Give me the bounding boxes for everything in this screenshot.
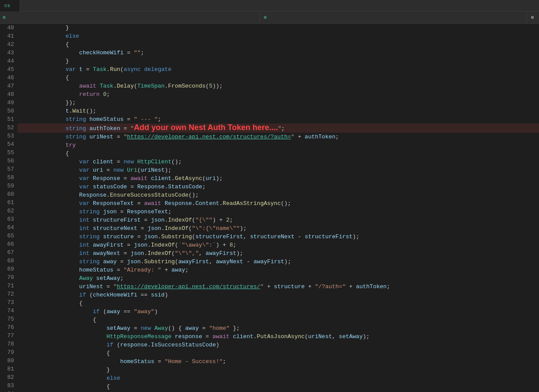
line-number: 78 — [0, 340, 14, 348]
line-number: 44 — [0, 57, 14, 65]
line-number: 82 — [0, 373, 14, 381]
editor: 4041424344454647484950515253545556575859… — [0, 24, 539, 392]
line-number: 68 — [0, 257, 14, 265]
code-line: else — [25, 32, 539, 40]
code-line: t.Wait(); — [25, 107, 539, 115]
code-line: { — [25, 316, 539, 324]
signature-icon: ⚙ — [531, 14, 534, 20]
toolbar: ⚙ ⚙ ⚙ — [0, 11, 539, 24]
code-line: int structureNext = json.IndexOf("\":{\"… — [25, 224, 539, 233]
code-line: int awayFirst = json.IndexOf(`"\away\":`… — [25, 241, 539, 249]
line-number: 50 — [0, 107, 14, 115]
line-number: 47 — [0, 82, 14, 90]
code-line: checkHomeWifi = ""; — [25, 49, 539, 57]
line-number: 71 — [0, 282, 14, 290]
code-line: if (away == "away") — [25, 307, 539, 316]
code-line: var client = new HttpClient(); — [25, 158, 539, 166]
tab-bar: cs — [0, 0, 539, 11]
code-line: Response.EnsureSuccessStatusCode(); — [25, 191, 539, 199]
code-line: { — [25, 382, 539, 391]
file-type-icon: cs — [4, 3, 10, 8]
code-line: { — [25, 299, 539, 307]
code-line: } — [25, 57, 539, 65]
code-line: { — [25, 74, 539, 82]
code-line: else — [25, 374, 539, 382]
line-number: 79 — [0, 348, 14, 357]
line-number: 52 — [0, 124, 14, 132]
code-line: { — [25, 149, 539, 158]
class-icon: ⚙ — [0, 14, 8, 20]
code-line: string structure = json.Substring(struct… — [25, 233, 539, 241]
line-number: 60 — [0, 190, 14, 198]
line-number: 74 — [0, 307, 14, 315]
line-number: 58 — [0, 173, 14, 182]
code-line: homeStatus = "Home - Success!"; — [25, 357, 539, 366]
line-number: 61 — [0, 198, 14, 207]
code-content[interactable]: } else { checkHomeWifi = ""; } var t = T… — [18, 24, 539, 392]
code-line: var t = Task.Run(async delegate — [25, 65, 539, 74]
code-line: } — [25, 24, 539, 32]
code-line: Away setAway; — [25, 274, 539, 283]
line-number: 51 — [0, 115, 14, 124]
line-number: 64 — [0, 223, 14, 232]
line-number: 54 — [0, 140, 14, 148]
line-number: 66 — [0, 240, 14, 248]
code-line: HttpResponseMessage response = await cli… — [25, 332, 539, 341]
code-line: homeStatus = "Already: " + away; — [25, 266, 539, 274]
line-numbers: 4041424344454647484950515253545556575859… — [0, 24, 18, 392]
code-line: }); — [25, 99, 539, 107]
code-line: int structureFirst = json.IndexOf("{\"")… — [25, 216, 539, 224]
code-line: int awayNext = json.IndexOf("\"\",", awa… — [25, 249, 539, 258]
line-number: 80 — [0, 357, 14, 365]
code-line: if (checkHomeWifi == ssid) — [25, 291, 539, 299]
code-line: string uriNest = "https://developer-api.… — [25, 133, 539, 141]
tab-wificheck[interactable]: cs — [0, 0, 20, 11]
line-number: 57 — [0, 165, 14, 173]
code-line: if (response.IsSuccessStatusCode) — [25, 341, 539, 349]
code-line: } — [25, 366, 539, 374]
line-number: 49 — [0, 99, 14, 107]
toolbar-method-selector[interactable]: ⚙ — [260, 11, 527, 23]
code-line: await Task.Delay(TimeSpan.FromSeconds(5)… — [25, 82, 539, 90]
code-line: var uri = new Uri(uriNest); — [25, 166, 539, 174]
line-number: 55 — [0, 148, 14, 157]
line-number: 63 — [0, 215, 14, 223]
code-line: { — [25, 40, 539, 49]
line-number: 43 — [0, 49, 14, 57]
line-number: 72 — [0, 290, 14, 298]
line-number: 65 — [0, 232, 14, 240]
line-number: 84 — [0, 390, 14, 392]
line-number: 48 — [0, 90, 14, 99]
line-number: 77 — [0, 332, 14, 340]
line-number: 53 — [0, 132, 14, 140]
code-line: { — [25, 349, 539, 357]
code-line: return 0; — [25, 90, 539, 99]
line-number: 40 — [0, 24, 14, 32]
line-number: 67 — [0, 248, 14, 257]
line-number: 42 — [0, 40, 14, 49]
method-icon: ⚙ — [264, 14, 267, 20]
line-number: 76 — [0, 323, 14, 332]
line-number: 41 — [0, 32, 14, 40]
code-line: try — [25, 141, 539, 149]
code-line: var Response = await client.GetAsync(uri… — [25, 174, 539, 183]
code-line: string json = ResponseText; — [25, 208, 539, 216]
code-line: setAway = new Away() { away = "home" }; — [25, 324, 539, 332]
line-number: 75 — [0, 315, 14, 323]
code-line: uriNest = "https://developer-api.nest.co… — [25, 283, 539, 291]
line-number: 45 — [0, 65, 14, 74]
line-number: 56 — [0, 157, 14, 165]
code-line: string homeStatus = " --- "; — [25, 115, 539, 124]
line-number: 62 — [0, 207, 14, 215]
line-number: 59 — [0, 182, 14, 190]
line-number: 73 — [0, 298, 14, 307]
line-number: 46 — [0, 74, 14, 82]
toolbar-class-selector[interactable]: ⚙ — [0, 11, 260, 23]
code-line: string away = json.Substring(awayFirst, … — [25, 258, 539, 266]
code-line: var statusCode = Response.StatusCode; — [25, 183, 539, 191]
line-number: 81 — [0, 365, 14, 373]
code-line: var ResponseText = await Response.Conten… — [25, 199, 539, 208]
line-number: 69 — [0, 265, 14, 273]
toolbar-signature: ⚙ — [527, 14, 539, 20]
line-number: 83 — [0, 381, 14, 390]
